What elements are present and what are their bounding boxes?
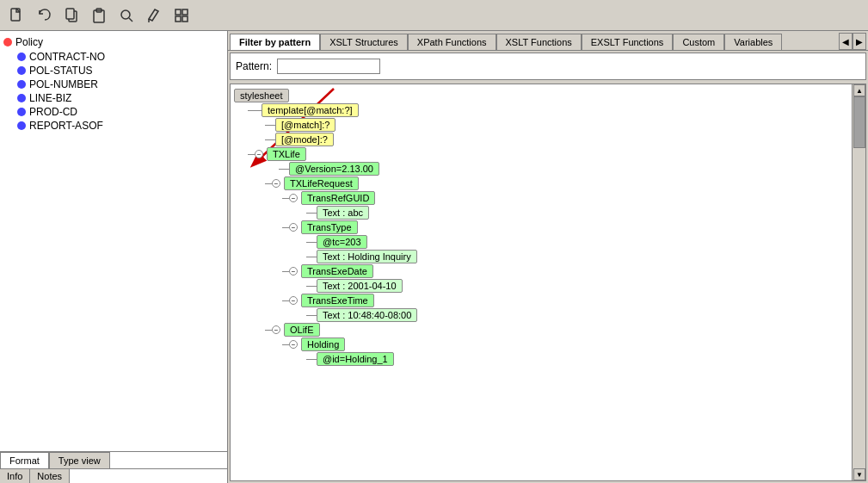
node-label-version[interactable]: @Version=2.13.00 <box>289 162 379 176</box>
h-line <box>306 286 317 287</box>
tab-format[interactable]: Format <box>0 452 49 468</box>
node-label-transtype[interactable]: TransType <box>301 220 358 234</box>
status-info[interactable]: Info <box>0 469 30 483</box>
xml-node-text-abc[interactable]: Text : abc <box>306 206 848 220</box>
xml-node-olife[interactable]: − OLifE <box>265 323 848 337</box>
xslt-button[interactable] <box>169 3 194 28</box>
h-line <box>248 110 262 111</box>
tree-item-prodcd[interactable]: PROD-CD <box>17 105 224 119</box>
xml-node-transrefguid[interactable]: − TransRefGUID <box>282 191 848 205</box>
xml-node-holding[interactable]: − Holding <box>282 337 848 351</box>
xml-node-version[interactable]: @Version=2.13.00 <box>279 162 848 176</box>
tree-item-label: REPORT-ASOF <box>29 120 103 132</box>
tab-xslt-functions[interactable]: XSLT Functions <box>496 34 582 50</box>
xml-node-transtype[interactable]: − TransType <box>282 220 848 234</box>
expand-transtype[interactable]: − <box>289 223 298 232</box>
copy-button[interactable] <box>58 3 84 28</box>
node-label-transexetime[interactable]: TransExeTime <box>301 294 374 307</box>
node-label-transrefguid[interactable]: TransRefGUID <box>301 191 375 205</box>
xml-node-template[interactable]: template[@match:?] <box>248 103 848 117</box>
xml-node-txliferequest[interactable]: − TXLifeRequest <box>265 176 848 190</box>
expand-transexetime[interactable]: − <box>289 296 298 305</box>
tree-item-linebiz[interactable]: LINE-BIZ <box>17 91 224 105</box>
paste-button[interactable] <box>86 3 112 28</box>
xml-content: stylesheet template[@match:?] [@match]:?… <box>231 84 865 370</box>
toolbar <box>0 0 868 31</box>
tree-dot-icon <box>17 94 26 102</box>
tab-typeview[interactable]: Type view <box>49 452 110 468</box>
tab-nav-right[interactable]: ▶ <box>853 33 866 50</box>
xml-node-txlife[interactable]: − TXLife <box>248 147 848 161</box>
expand-txlife[interactable]: − <box>255 150 263 158</box>
filter-area: Pattern: <box>230 53 866 80</box>
tree-dot-icon <box>17 80 26 89</box>
h-line <box>265 139 275 140</box>
filter-input[interactable] <box>277 59 380 74</box>
node-label-match[interactable]: [@match]:? <box>275 118 336 132</box>
tree-root-policy[interactable]: Policy <box>3 34 224 50</box>
tab-nav-left[interactable]: ◀ <box>839 33 853 50</box>
svg-rect-9 <box>182 9 188 15</box>
h-line <box>279 169 289 170</box>
new-button[interactable] <box>3 3 29 28</box>
node-label-text-date[interactable]: Text : 2001-04-10 <box>317 279 403 293</box>
tab-xslt-structures[interactable]: XSLT Structures <box>320 34 408 50</box>
tab-xpath-functions[interactable]: XPath Functions <box>408 34 496 50</box>
tab-exslt-functions[interactable]: EXSLT Functions <box>582 34 674 50</box>
xml-node-transexetime[interactable]: − TransExeTime <box>282 294 848 307</box>
xml-area[interactable]: stylesheet template[@match:?] [@match]:?… <box>230 84 866 481</box>
node-label-txlife[interactable]: TXLife <box>267 147 306 161</box>
status-notes[interactable]: Notes <box>30 469 70 483</box>
xml-node-stylesheet[interactable]: stylesheet <box>234 89 848 102</box>
scroll-down-btn[interactable]: ▼ <box>853 468 865 480</box>
xml-node-text-date[interactable]: Text : 2001-04-10 <box>306 279 848 293</box>
xml-node-tc203[interactable]: @tc=203 <box>306 235 848 249</box>
node-label-tc203[interactable]: @tc=203 <box>317 235 367 249</box>
xml-node-text-holding[interactable]: Text : Holding Inquiry <box>306 250 848 263</box>
tab-custom[interactable]: Custom <box>673 34 724 50</box>
expand-transexedate[interactable]: − <box>289 267 298 276</box>
svg-line-6 <box>129 18 132 22</box>
root-dot-icon <box>3 38 12 46</box>
xml-node-transexedate[interactable]: − TransExeDate <box>282 264 848 278</box>
tree-item-polstatus[interactable]: POL-STATUS <box>17 64 224 77</box>
tree-item-polnumber[interactable]: POL-NUMBER <box>17 77 224 91</box>
tab-variables[interactable]: Variables <box>724 34 782 50</box>
xml-node-holding-id[interactable]: @id=Holding_1 <box>306 352 848 366</box>
tree-area[interactable]: Policy CONTRACT-NO POL-STATUS POL-NUMBER <box>0 31 227 451</box>
tree-children: CONTRACT-NO POL-STATUS POL-NUMBER LINE-B… <box>3 50 224 133</box>
node-label-mode[interactable]: [@mode]:? <box>275 133 334 146</box>
xml-node-match[interactable]: [@match]:? <box>265 118 848 132</box>
node-label-text-time[interactable]: Text : 10:48:40-08:00 <box>317 308 417 322</box>
h-line <box>306 242 317 243</box>
xml-node-text-time[interactable]: Text : 10:48:40-08:00 <box>306 308 848 322</box>
expand-olife[interactable]: − <box>272 325 280 334</box>
tree-dot-icon <box>17 53 26 61</box>
node-label-template[interactable]: template[@match:?] <box>262 103 359 117</box>
h-line <box>282 198 289 199</box>
node-label-transexedate[interactable]: TransExeDate <box>301 264 373 278</box>
tab-filter-by-pattern[interactable]: Filter by pattern <box>230 34 320 50</box>
scrollbar-thumb[interactable] <box>853 96 865 148</box>
node-label-holding-id[interactable]: @id=Holding_1 <box>317 352 394 366</box>
scrollbar[interactable]: ▲ ▼ <box>852 84 865 480</box>
expand-holding[interactable]: − <box>289 340 298 349</box>
tree-item-reportasof[interactable]: REPORT-ASOF <box>17 119 224 133</box>
node-label-text-holding[interactable]: Text : Holding Inquiry <box>317 250 417 263</box>
h-line <box>282 271 289 272</box>
node-label-olife[interactable]: OLifE <box>284 323 320 337</box>
expand-transrefguid[interactable]: − <box>289 194 298 202</box>
node-label-txliferequest[interactable]: TXLifeRequest <box>284 176 359 190</box>
h-line <box>282 300 289 301</box>
node-label-text-abc[interactable]: Text : abc <box>317 206 369 220</box>
expand-txliferequest[interactable]: − <box>272 179 280 188</box>
find-button[interactable] <box>114 3 139 28</box>
node-label-stylesheet[interactable]: stylesheet <box>234 89 289 102</box>
node-label-holding[interactable]: Holding <box>301 337 345 351</box>
h-line <box>306 213 317 214</box>
tree-item-contract[interactable]: CONTRACT-NO <box>17 50 224 64</box>
scroll-up-btn[interactable]: ▲ <box>853 84 865 96</box>
undo-button[interactable] <box>31 3 57 28</box>
xml-node-mode[interactable]: [@mode]:? <box>265 133 848 146</box>
edit-button[interactable] <box>141 3 167 28</box>
